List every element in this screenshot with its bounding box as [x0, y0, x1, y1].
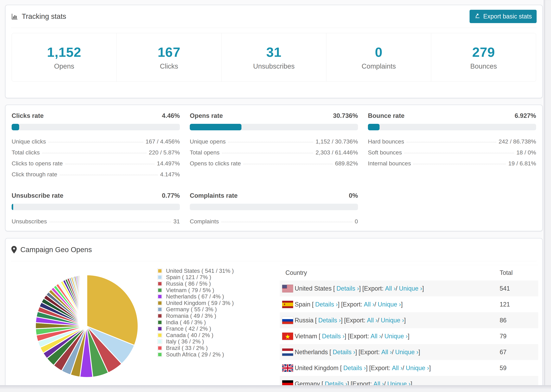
summary-label: Bounces — [470, 63, 497, 70]
summary-value: 31 — [266, 44, 282, 60]
export-unique-link[interactable]: Unique › — [384, 333, 408, 340]
export-unique-link[interactable]: Unique › — [399, 285, 422, 292]
summary-value: 0 — [375, 44, 382, 60]
stat-label: Complaints — [190, 218, 219, 225]
rate-detail-rows: Unique clicks167 / 4.456%Total clicks220… — [12, 138, 180, 178]
export-basic-stats-button[interactable]: Export basic stats — [470, 10, 537, 23]
legend-swatch — [157, 294, 162, 299]
legend-swatch — [157, 333, 162, 338]
export-unique-link[interactable]: Unique › — [406, 364, 429, 372]
export-all-link[interactable]: All › — [392, 364, 403, 372]
legend-label: United Kingdom ( 59 / 3% ) — [166, 300, 234, 306]
flag-gb-icon — [282, 364, 293, 372]
details-link[interactable]: Details › — [322, 333, 345, 340]
rate-progress-fill — [368, 124, 380, 130]
summary-row: 1,152Opens167Clicks31Unsubscribes0Compla… — [12, 33, 536, 82]
details-link[interactable]: Details › — [336, 285, 359, 292]
stat-value: 4.147% — [160, 171, 180, 178]
rate-title: Unsubscribe rate — [12, 192, 63, 199]
stat-label: Opens to clicks rate — [190, 160, 241, 167]
legend-swatch — [157, 339, 162, 344]
stat-label: Total clicks — [12, 149, 40, 156]
table-row-netherlands: Netherlands[Details ›][Export:All ›/Uniq… — [280, 344, 538, 360]
summary-box-opens: 1,152Opens — [12, 33, 117, 82]
country-name: United Kingdom — [295, 364, 339, 372]
map-pin-icon — [11, 246, 17, 253]
summary-box-clicks: 167Clicks — [117, 33, 222, 82]
dotted-leader — [222, 153, 313, 153]
stat-label: Internal bounces — [368, 160, 411, 167]
stat-value: 689.82% — [335, 160, 358, 167]
stat-row: Click through rate4.147% — [12, 171, 180, 178]
legend-label: Russia ( 86 / 5% ) — [166, 280, 211, 287]
legend-item-brazil: Brazil ( 33 / 2% ) — [157, 345, 234, 351]
stat-label: Soft bounces — [368, 149, 402, 156]
rates-card: Clicks rate4.46%Unique clicks167 / 4.456… — [5, 105, 543, 231]
stat-row: Unique opens1,152 / 30.736% — [190, 138, 358, 145]
country-cell: United States[Details ›][Export:All ›/Un… — [280, 285, 500, 292]
bar-chart-icon — [11, 13, 18, 20]
export-all-link[interactable]: All › — [385, 285, 396, 292]
details-link[interactable]: Details › — [333, 349, 355, 356]
dotted-leader — [65, 164, 155, 164]
dotted-leader — [48, 142, 143, 142]
country-cell: Spain[Details ›][Export:All ›/Unique ›] — [280, 301, 500, 308]
rate-detail-rows: Unique opens1,152 / 30.736%Total opens2,… — [190, 138, 358, 167]
rate-progress-track — [190, 204, 358, 210]
rate-progress-track — [190, 124, 358, 130]
rate-progress-track — [12, 124, 180, 130]
dotted-leader — [404, 153, 514, 153]
legend-item-romania: Romania ( 49 / 3% ) — [157, 313, 234, 319]
rate-value: 0.77% — [162, 192, 180, 199]
details-link[interactable]: Details › — [315, 301, 338, 308]
legend-item-united-kingdom: United Kingdom ( 59 / 3% ) — [157, 300, 234, 306]
country-cell: Russia[Details ›][Export:All ›/Unique ›] — [280, 317, 500, 324]
country-name: United States — [295, 285, 332, 292]
details-link[interactable]: Details › — [318, 317, 341, 324]
column-header-country: Country — [280, 269, 500, 276]
stat-row: Soft bounces18 / 0% — [368, 149, 536, 156]
export-all-link[interactable]: All › — [364, 301, 374, 308]
stat-label: Unique opens — [190, 138, 226, 145]
dotted-leader — [42, 153, 146, 153]
summary-value: 279 — [472, 44, 495, 60]
export-all-link[interactable]: All › — [371, 333, 381, 340]
legend-swatch — [157, 268, 162, 273]
stat-row: Total opens2,303 / 61.446% — [190, 149, 358, 156]
legend-label: India ( 46 / 3% ) — [166, 319, 206, 326]
stat-value: 14.497% — [157, 160, 180, 167]
dotted-leader — [60, 175, 158, 175]
details-link[interactable]: Details › — [343, 364, 366, 372]
legend-label: South Africa ( 29 / 2% ) — [166, 351, 224, 358]
geo-body: United States ( 541 / 31% )Spain ( 121 /… — [6, 261, 542, 392]
legend-item-vietnam: Vietnam ( 79 / 5% ) — [157, 287, 234, 294]
stat-row: Clicks to opens rate14.497% — [12, 160, 180, 167]
legend-label: Spain ( 121 / 7% ) — [166, 274, 211, 280]
flag-nl-icon — [282, 348, 293, 356]
export-all-link[interactable]: All › — [381, 349, 392, 356]
country-name: Russia — [295, 317, 313, 324]
export-unique-link[interactable]: Unique › — [378, 301, 401, 308]
country-cell: Netherlands[Details ›][Export:All ›/Uniq… — [280, 348, 500, 356]
export-all-link[interactable]: All › — [367, 317, 377, 324]
column-header-total: Total — [500, 269, 538, 276]
summary-box-bounces: 279Bounces — [431, 33, 536, 82]
table-row-spain: Spain[Details ›][Export:All ›/Unique ›]1… — [280, 296, 538, 312]
stat-value: 242 / 86.738% — [499, 138, 536, 145]
flag-vn-icon — [282, 332, 293, 340]
legend-swatch — [157, 326, 162, 331]
geo-table: Country Total United States[Details ›][E… — [280, 265, 538, 392]
export-unique-link[interactable]: Unique › — [381, 317, 404, 324]
total-cell: 59 — [500, 364, 538, 372]
export-unique-link[interactable]: Unique › — [395, 349, 418, 356]
stat-value: 167 / 4.456% — [146, 138, 180, 145]
rate-panel-bounce: Bounce rate6.927%Hard bounces242 / 86.73… — [368, 112, 536, 178]
stat-row: Internal bounces19 / 6.81% — [368, 160, 536, 167]
rate-progress-track — [368, 124, 536, 130]
total-cell: 541 — [500, 285, 538, 292]
flag-es-icon — [282, 301, 293, 308]
summary-label: Clicks — [160, 63, 178, 70]
summary-box-complaints: 0Complaints — [326, 33, 431, 82]
legend-item-spain: Spain ( 121 / 7% ) — [157, 274, 234, 281]
legend-swatch — [157, 281, 162, 286]
